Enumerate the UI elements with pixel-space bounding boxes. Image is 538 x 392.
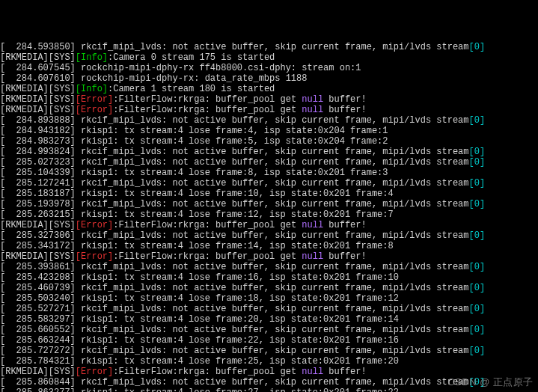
- log-line-kernel: [ 284.607610] rockchip-mipi-dphy-rx: dat…: [0, 73, 538, 84]
- log-line-kernel: [ 285.104339] rkisp1: tx stream:4 lose f…: [0, 168, 538, 178]
- watermark-text: CSDN @ 正点原子: [447, 377, 534, 388]
- log-line-kernel: [ 285.527271] rkcif_mipi_lvds: not activ…: [0, 304, 538, 314]
- log-line-kernel: [ 285.393861] rkcif_mipi_lvds: not activ…: [0, 262, 538, 272]
- log-line-info: [RKMEDIA][SYS][Info]:Camera 0 stream 175…: [0, 52, 538, 63]
- log-line-kernel: [ 284.607545] rockchip-mipi-dphy-rx ff4b…: [0, 63, 538, 73]
- terminal-output[interactable]: [ 284.593850] rkcif_mipi_lvds: not activ…: [0, 42, 538, 392]
- log-line-error: [RKMEDIA][SYS][Error]:FilterFlow:rkrga: …: [0, 251, 538, 262]
- log-line-kernel: [ 285.027323] rkcif_mipi_lvds: not activ…: [0, 157, 538, 168]
- log-line-kernel: [ 284.993824] rkcif_mipi_lvds: not activ…: [0, 147, 538, 157]
- log-line-kernel: [ 284.943182] rkisp1: tx stream:4 lose f…: [0, 126, 538, 136]
- log-line-kernel: [ 284.893888] rkcif_mipi_lvds: not activ…: [0, 115, 538, 126]
- log-line-kernel: [ 285.583297] rkisp1: tx stream:4 lose f…: [0, 314, 538, 325]
- log-line-kernel: [ 285.343172] rkisp1: tx stream:4 lose f…: [0, 241, 538, 251]
- log-line-kernel: [ 285.327306] rkcif_mipi_lvds: not activ…: [0, 230, 538, 241]
- log-line-kernel: [ 285.127241] rkcif_mipi_lvds: not activ…: [0, 178, 538, 189]
- log-line-error: [RKMEDIA][SYS][Error]:FilterFlow:rkrga: …: [0, 220, 538, 230]
- log-line-kernel: [ 285.460739] rkcif_mipi_lvds: not activ…: [0, 283, 538, 293]
- log-line-error: [RKMEDIA][SYS][Error]:FilterFlow:rkrga: …: [0, 94, 538, 105]
- log-line-kernel: [ 285.423208] rkisp1: tx stream:4 lose f…: [0, 272, 538, 283]
- log-line-error: [RKMEDIA][SYS][Error]:FilterFlow:rkrga: …: [0, 105, 538, 115]
- log-line-kernel: [ 284.593850] rkcif_mipi_lvds: not activ…: [0, 42, 538, 52]
- log-line-kernel: [ 285.660552] rkcif_mipi_lvds: not activ…: [0, 325, 538, 335]
- log-line-kernel: [ 285.183187] rkisp1: tx stream:4 lose f…: [0, 189, 538, 199]
- log-line-error: [RKMEDIA][SYS][Error]:FilterFlow:rkrga: …: [0, 367, 538, 377]
- log-line-kernel: [ 285.193978] rkcif_mipi_lvds: not activ…: [0, 199, 538, 209]
- log-line-kernel: [ 285.863277] rkisp1: tx stream:4 lose f…: [0, 388, 538, 392]
- log-line-kernel: [ 284.983273] rkisp1: tx stream:4 lose f…: [0, 136, 538, 147]
- log-line-kernel: [ 285.784321] rkisp1: tx stream:4 lose f…: [0, 356, 538, 367]
- log-line-kernel: [ 285.503240] rkisp1: tx stream:4 lose f…: [0, 293, 538, 304]
- log-line-kernel: [ 285.663244] rkisp1: tx stream:4 lose f…: [0, 335, 538, 346]
- log-line-info: [RKMEDIA][SYS][Info]:Camera 1 stream 180…: [0, 84, 538, 94]
- log-line-kernel: [ 285.727272] rkcif_mipi_lvds: not activ…: [0, 346, 538, 356]
- log-line-kernel: [ 285.263215] rkisp1: tx stream:4 lose f…: [0, 209, 538, 220]
